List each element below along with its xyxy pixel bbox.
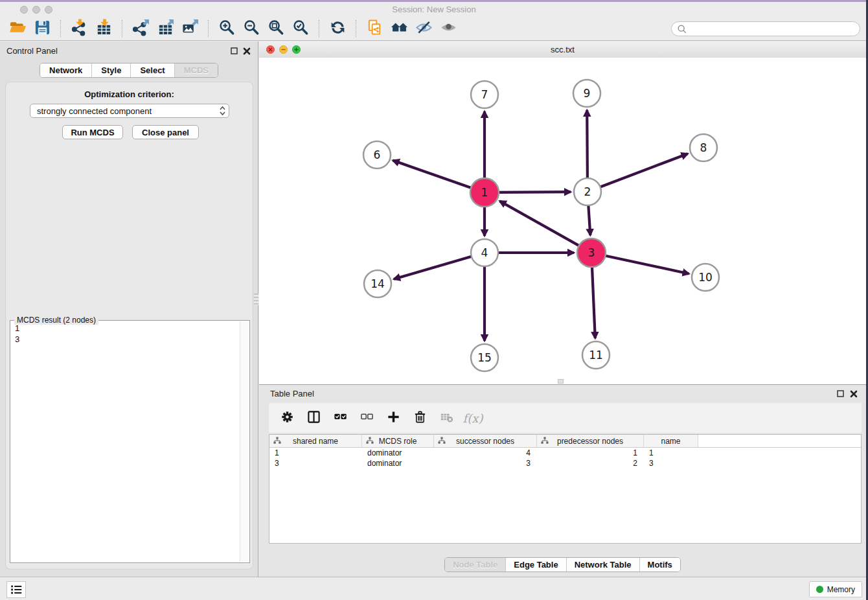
minimize-window-button[interactable] — [32, 6, 40, 14]
apply-function-button[interactable]: f(x) — [465, 410, 481, 426]
close-panel-button[interactable]: Close panel — [132, 125, 199, 139]
column-label: name — [661, 437, 680, 446]
hierarchy-icon — [366, 437, 374, 444]
criterion-dropdown[interactable]: strongly connected component — [30, 104, 229, 118]
hide-graphics-details-button[interactable] — [414, 19, 433, 38]
hierarchy-icon — [273, 437, 281, 444]
export-table-button[interactable] — [155, 19, 175, 38]
tab-select[interactable]: Select — [130, 63, 174, 77]
table-panel: Table Panel f(x) shared nameMCDS rolesuc… — [259, 385, 866, 577]
show-graphics-details-button[interactable] — [439, 19, 458, 38]
zoom-out-button[interactable] — [242, 19, 261, 38]
table-tab-edge-table[interactable]: Edge Table — [505, 558, 565, 571]
search-box — [671, 21, 860, 36]
zoom-fit-button[interactable] — [266, 19, 286, 38]
table-cell: 3 — [644, 458, 698, 468]
open-session-button[interactable] — [8, 19, 27, 38]
add-column-button[interactable] — [385, 410, 401, 426]
column-label: shared name — [293, 437, 338, 446]
column-header-name[interactable]: name — [644, 435, 698, 447]
column-label: successor nodes — [456, 437, 514, 446]
clone-network-button[interactable] — [365, 19, 384, 38]
show-columns-button[interactable] — [306, 410, 321, 426]
edge-4-14[interactable] — [394, 256, 473, 279]
column-label: predecessor nodes — [557, 437, 623, 446]
delete-columns-button[interactable] — [412, 410, 428, 426]
control-panel-tabs: NetworkStyleSelectMCDS — [0, 63, 258, 78]
edge-2-3[interactable] — [588, 204, 590, 235]
column-header-successor-nodes[interactable]: successor nodes — [434, 435, 537, 447]
mcds-result-group: MCDS result (2 nodes) 13 — [10, 320, 250, 563]
import-network-icon — [71, 19, 88, 39]
search-icon — [677, 24, 687, 34]
zoom-in-button[interactable] — [217, 19, 236, 38]
import-network-button[interactable] — [69, 19, 89, 38]
horizontal-split-handle[interactable] — [254, 294, 258, 305]
deselect-all-columns-button[interactable] — [359, 410, 374, 426]
refresh-layout-button[interactable] — [328, 19, 347, 38]
table-tab-motifs[interactable]: Motifs — [639, 558, 680, 571]
close-network-icon[interactable] — [266, 45, 275, 54]
memory-label: Memory — [827, 585, 855, 594]
edge-2-9[interactable] — [587, 110, 588, 179]
task-history-button[interactable] — [6, 581, 26, 598]
column-header-predecessor-nodes[interactable]: predecessor nodes — [537, 435, 644, 447]
import-table-button[interactable] — [94, 19, 113, 38]
node-label-15: 15 — [477, 351, 492, 364]
run-mcds-button[interactable]: Run MCDS — [62, 125, 123, 139]
tab-style[interactable]: Style — [91, 63, 130, 77]
select-all-columns-button[interactable] — [332, 410, 348, 426]
float-table-panel-icon[interactable] — [837, 390, 844, 397]
table-tabs: Node TableEdge TableNetwork TableMotifs — [259, 557, 866, 572]
table-cell: 1 — [269, 448, 362, 458]
toolbar-separator — [319, 20, 320, 37]
result-line: 3 — [11, 334, 240, 345]
tab-network[interactable]: Network — [40, 63, 91, 77]
criterion-label: Optimization criterion: — [6, 89, 253, 99]
tab-mcds[interactable]: MCDS — [174, 63, 218, 77]
save-session-icon — [34, 19, 51, 39]
status-bar: Memory — [0, 577, 868, 600]
table-tab-network-table[interactable]: Network Table — [566, 558, 639, 571]
table-cell: 3 — [434, 458, 537, 468]
close-window-button[interactable] — [20, 6, 28, 14]
table-row[interactable]: 3dominator323 — [269, 458, 861, 468]
network-canvas[interactable]: 7968124314101511 — [259, 58, 866, 384]
network-window-titlebar: scc.txt — [259, 41, 866, 58]
node-table-body: 1dominator4113dominator323 — [269, 448, 861, 468]
table-row[interactable]: 1dominator411 — [269, 448, 861, 458]
edge-3-11[interactable] — [592, 266, 595, 338]
memory-button[interactable]: Memory — [809, 581, 862, 597]
node-label-11: 11 — [589, 349, 603, 362]
edge-3-1[interactable] — [500, 201, 580, 246]
vertical-split-handle[interactable] — [558, 379, 564, 384]
close-table-panel-icon[interactable] — [850, 390, 858, 398]
table-cell: 2 — [537, 458, 644, 468]
zoom-selected-button[interactable] — [291, 19, 310, 38]
table-settings-button[interactable] — [279, 410, 295, 426]
node-label-2: 2 — [584, 185, 591, 198]
edge-3-10[interactable] — [604, 255, 689, 273]
edge-1-2[interactable] — [497, 192, 571, 192]
column-header-mcds-role[interactable]: MCDS role — [362, 435, 434, 447]
close-panel-icon[interactable] — [243, 47, 251, 55]
delete-table-button[interactable] — [439, 410, 454, 426]
zoom-window-button[interactable] — [45, 6, 52, 14]
save-session-button[interactable] — [32, 19, 52, 38]
column-header-shared-name[interactable]: shared name — [269, 435, 362, 447]
maximize-network-icon[interactable] — [292, 45, 301, 54]
toolbar-separator — [60, 20, 62, 37]
export-image-button[interactable] — [180, 19, 200, 38]
minimize-network-icon[interactable] — [279, 45, 288, 54]
edge-2-8[interactable] — [599, 154, 688, 187]
search-input[interactable] — [687, 24, 860, 34]
edge-1-6[interactable] — [393, 161, 473, 189]
window-title: Session: New Session — [0, 2, 868, 17]
table-tab-node-table[interactable]: Node Table — [445, 558, 505, 571]
export-network-button[interactable] — [131, 19, 150, 38]
float-panel-icon[interactable] — [231, 47, 238, 54]
network-overview-button[interactable] — [389, 19, 409, 38]
select-all-columns-icon — [334, 410, 347, 426]
result-scrollbar[interactable] — [240, 321, 249, 562]
import-table-icon — [95, 19, 113, 39]
